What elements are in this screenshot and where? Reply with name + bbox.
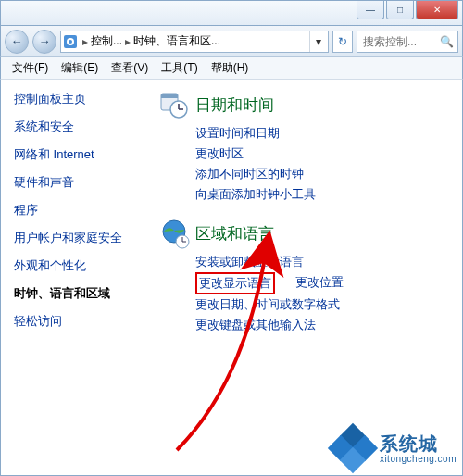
watermark-logo: 系统城 xitongcheng.com xyxy=(332,427,457,470)
link-change-timezone[interactable]: 更改时区 xyxy=(195,144,244,164)
search-box[interactable]: 🔍 xyxy=(357,31,458,53)
menu-help[interactable]: 帮助(H) xyxy=(206,57,255,79)
link-change-datefmt[interactable]: 更改日期、时间或数字格式 xyxy=(195,294,340,315)
back-button[interactable]: ← xyxy=(5,30,29,54)
window-titlebar: — □ ✕ xyxy=(0,0,463,26)
sidebar-item[interactable]: 用户帐户和家庭安全 xyxy=(14,230,145,246)
watermark-subtitle: xitongcheng.com xyxy=(380,454,457,464)
address-bar: ← → ▸ 控制... ▸ 时钟、语言和区... ▾ ↻ 🔍 xyxy=(0,26,463,57)
link-change-location[interactable]: 更改位置 xyxy=(295,272,344,294)
link-change-display-lang[interactable]: 更改显示语言 xyxy=(199,275,271,292)
breadcrumb-sep-icon: ▸ xyxy=(122,35,133,48)
close-button[interactable]: ✕ xyxy=(416,1,458,19)
globe-icon xyxy=(158,218,190,249)
sidebar-item-active[interactable]: 时钟、语言和区域 xyxy=(14,285,145,302)
section-region-language: 区域和语言 安装或卸载显示语言 更改显示语言 更改位置 更改日期、时间或数字格式… xyxy=(158,218,458,335)
link-change-keyboard[interactable]: 更改键盘或其他输入法 xyxy=(195,315,316,335)
body: 控制面板主页 系统和安全 网络和 Internet 硬件和声音 程序 用户帐户和… xyxy=(0,80,463,476)
sidebar-item[interactable]: 网络和 Internet xyxy=(14,146,145,163)
sidebar-item[interactable]: 轻松访问 xyxy=(14,313,145,330)
clock-icon xyxy=(158,89,190,120)
link-add-desktop-clock[interactable]: 向桌面添加时钟小工具 xyxy=(195,184,316,205)
sidebar-item[interactable]: 系统和安全 xyxy=(14,119,145,135)
watermark-title: 系统城 xyxy=(380,433,457,454)
breadcrumb-dropdown-icon[interactable]: ▾ xyxy=(309,31,326,52)
sidebar-item[interactable]: 程序 xyxy=(14,202,145,219)
link-add-tz-clock[interactable]: 添加不同时区的时钟 xyxy=(195,164,304,184)
svg-rect-4 xyxy=(161,94,178,98)
menu-edit[interactable]: 编辑(E) xyxy=(56,57,104,79)
highlight-box: 更改显示语言 xyxy=(195,272,275,294)
breadcrumb-item[interactable]: 控制... xyxy=(91,33,122,49)
menu-bar: 文件(F) 编辑(E) 查看(V) 工具(T) 帮助(H) xyxy=(0,57,463,80)
menu-file[interactable]: 文件(F) xyxy=(6,57,54,79)
link-install-lang[interactable]: 安装或卸载显示语言 xyxy=(195,252,304,272)
search-input[interactable] xyxy=(361,34,436,49)
sidebar-item[interactable]: 外观和个性化 xyxy=(14,257,145,274)
breadcrumb-sep-icon: ▸ xyxy=(80,35,91,48)
sidebar: 控制面板主页 系统和安全 网络和 Internet 硬件和声音 程序 用户帐户和… xyxy=(1,80,158,475)
svg-point-2 xyxy=(69,40,72,44)
section-title[interactable]: 日期和时间 xyxy=(195,94,274,116)
refresh-button[interactable]: ↻ xyxy=(332,31,353,53)
breadcrumb[interactable]: ▸ 控制... ▸ 时钟、语言和区... ▾ xyxy=(60,31,329,53)
breadcrumb-item[interactable]: 时钟、语言和区... xyxy=(133,33,220,49)
watermark-icon xyxy=(332,427,374,470)
sidebar-item[interactable]: 硬件和声音 xyxy=(14,174,145,191)
control-panel-icon xyxy=(63,34,78,49)
sidebar-home[interactable]: 控制面板主页 xyxy=(14,91,145,107)
menu-view[interactable]: 查看(V) xyxy=(106,57,154,79)
menu-tools[interactable]: 工具(T) xyxy=(156,57,203,79)
forward-button[interactable]: → xyxy=(32,30,56,54)
link-set-datetime[interactable]: 设置时间和日期 xyxy=(195,123,280,144)
content: 日期和时间 设置时间和日期 更改时区 添加不同时区的时钟 向桌面添加时钟小工具 xyxy=(158,80,462,475)
section-title[interactable]: 区域和语言 xyxy=(195,223,274,244)
section-datetime: 日期和时间 设置时间和日期 更改时区 添加不同时区的时钟 向桌面添加时钟小工具 xyxy=(158,89,458,205)
search-icon: 🔍 xyxy=(440,35,454,48)
minimize-button[interactable]: — xyxy=(357,1,384,19)
maximize-button[interactable]: □ xyxy=(386,1,414,19)
